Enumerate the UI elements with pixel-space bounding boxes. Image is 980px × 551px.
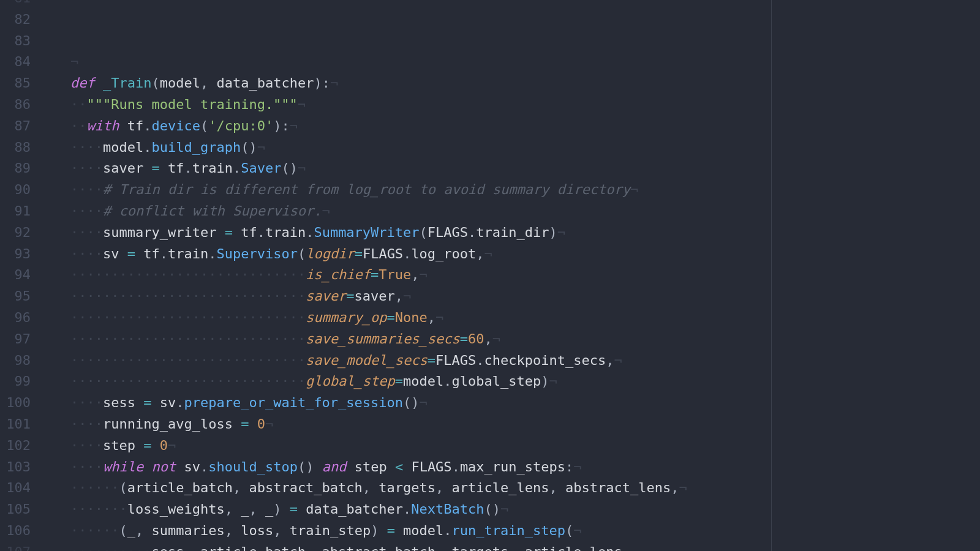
line-number: 97 [0, 329, 38, 350]
token-punc: , [549, 478, 566, 499]
token-ws: ¬ [630, 179, 638, 201]
token-ws: ¬ [420, 392, 428, 414]
token-punc: , [249, 499, 265, 520]
token-punc: , [184, 542, 200, 551]
token-op: = [460, 329, 468, 350]
token-fn: SummaryWriter [314, 222, 419, 244]
token-punc: ) [541, 371, 549, 392]
code-line[interactable]: ·····························global_step… [38, 371, 980, 392]
token-ws: ·· [70, 116, 87, 137]
token-id: FLAGS [363, 244, 403, 265]
token-str: '/cpu:0' [208, 116, 273, 137]
code-line[interactable]: ·····························saver=saver… [38, 286, 980, 307]
token-id: sv [151, 392, 176, 414]
token-punc: , [622, 542, 630, 551]
token-ws: ···· [70, 244, 103, 265]
token-ws: ···· [70, 201, 103, 222]
token-prm: saver [306, 286, 346, 307]
line-number: 104 [0, 478, 38, 499]
token-op: = [143, 392, 151, 414]
code-line[interactable]: ·····························is_chief=Tr… [38, 264, 980, 286]
token-id: _ [127, 520, 135, 542]
code-line[interactable]: ¬ [38, 51, 980, 73]
code-line[interactable]: ··"""Runs model training."""¬ [38, 94, 980, 116]
line-number: 106 [0, 520, 38, 542]
token-punc: () [484, 499, 501, 520]
code-area[interactable]: ¬ def _Train(model, data_batcher):¬ ··""… [38, 0, 980, 551]
token-ws: ¬ [573, 520, 581, 542]
code-line[interactable]: ····sess = sv.prepare_or_wait_for_sessio… [38, 392, 980, 414]
token-ws: ···· [70, 222, 103, 244]
token-kw: while [103, 457, 143, 478]
token-ws: ¬ [573, 457, 581, 478]
code-line[interactable]: ··········sess, article_batch, abstract_… [38, 542, 980, 551]
code-line[interactable]: ·····························summary_op=… [38, 307, 980, 329]
token-fn: should_stop [208, 457, 298, 478]
token-punc: , [135, 520, 152, 542]
token-id: data_batcher [298, 499, 403, 520]
code-line[interactable]: ····while not sv.should_stop() and step … [38, 457, 980, 478]
token-punc: , [435, 542, 452, 551]
token-punc: . [233, 158, 241, 179]
token-ws: ····························· [70, 329, 306, 350]
token-ws: ···· [70, 435, 103, 457]
token-ws: ¬ [298, 94, 306, 116]
token-prm: save_model_secs [306, 350, 428, 372]
token-str: """Runs model training.""" [86, 94, 297, 116]
code-line[interactable]: ·······loss_weights, _, _) = data_batche… [38, 499, 980, 520]
token-punc: . [452, 457, 460, 478]
token-op: = [346, 286, 354, 307]
token-id: sv [103, 244, 127, 265]
token-punc: , [225, 520, 241, 542]
token-punc: , [233, 478, 249, 499]
token-ws: ···· [70, 137, 103, 159]
token-op: = [387, 520, 395, 542]
code-line[interactable]: ····summary_writer = tf.train.SummaryWri… [38, 222, 980, 244]
token-punc: () [241, 137, 257, 159]
token-ws: ¬ [265, 414, 273, 435]
code-line[interactable]: ····step = 0¬ [38, 435, 980, 457]
code-line[interactable]: ····sv = tf.train.Supervisor(logdir=FLAG… [38, 244, 980, 265]
token-id: summaries [151, 520, 224, 542]
token-kw: with [86, 116, 119, 137]
code-line[interactable]: ······(_, summaries, loss, train_step) =… [38, 520, 980, 542]
code-line[interactable]: ······(article_batch, abstract_batch, ta… [38, 478, 980, 499]
token-punc: ): [314, 73, 330, 94]
token-fn: Saver [241, 158, 281, 179]
code-line[interactable]: ····running_avg_loss = 0¬ [38, 414, 980, 435]
token-punc: : [565, 457, 573, 478]
line-number: 101 [0, 414, 38, 435]
token-id: train [168, 244, 208, 265]
token-punc: () [403, 392, 420, 414]
token-id: targets [452, 542, 509, 551]
token-num: 0 [160, 435, 168, 457]
token-id: step [103, 435, 143, 457]
token-ws: ¬ [557, 222, 565, 244]
token-id [143, 457, 151, 478]
code-line[interactable]: ·····························save_summar… [38, 329, 980, 350]
token-punc: , [508, 542, 525, 551]
code-line[interactable]: ····model.build_graph()¬ [38, 137, 980, 159]
token-punc: , [363, 478, 379, 499]
token-op: = [395, 371, 403, 392]
code-editor[interactable]: 8182838485868788899091929394959697989910… [0, 0, 980, 551]
line-number: 85 [0, 73, 38, 94]
code-line[interactable]: ··with tf.device('/cpu:0'):¬ [38, 116, 980, 137]
token-punc: , [411, 264, 419, 286]
token-punc: , [484, 329, 492, 350]
code-line[interactable]: ····# conflict with Supervisor.¬ [38, 201, 980, 222]
code-line[interactable]: ·····························save_model_… [38, 350, 980, 372]
token-punc: ( [151, 73, 159, 94]
token-punc: , [306, 542, 322, 551]
token-id: article_lens [452, 478, 549, 499]
token-punc: () [298, 457, 322, 478]
code-line[interactable]: ····# Train dir is different from log_ro… [38, 179, 980, 201]
code-line[interactable]: ····saver = tf.train.Saver()¬ [38, 158, 980, 179]
token-punc: . [476, 350, 484, 372]
token-id: train [265, 222, 306, 244]
token-punc: ) [371, 520, 387, 542]
token-ws: ····························· [70, 286, 306, 307]
token-punc: , [606, 350, 614, 372]
token-punc: , [273, 520, 290, 542]
code-line[interactable]: def _Train(model, data_batcher):¬ [38, 73, 980, 94]
